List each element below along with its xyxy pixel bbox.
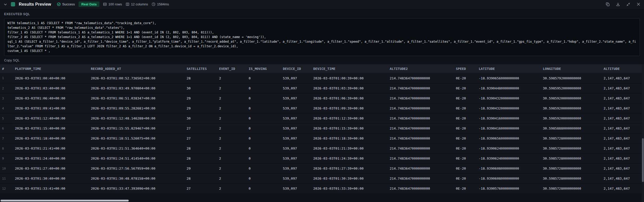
status-label: Success <box>62 2 75 6</box>
cell-speed: 0E-20 <box>453 113 476 123</box>
column-header-event_id[interactable]: EVENT_ID <box>216 64 246 73</box>
page-title: Results Preview <box>19 2 51 7</box>
status-success: Success <box>57 2 75 6</box>
column-header-latitude[interactable]: LATITUDE <box>476 64 540 73</box>
download-icon[interactable] <box>616 2 620 6</box>
cell-device_id: 539,097 <box>280 103 310 113</box>
cell-record_added_at: 2026-03-03T01:15:55.829467+00:00 <box>88 123 184 133</box>
cell-event_id: 2 <box>216 163 246 173</box>
cell-latitude: -18.9390432000000000 <box>476 93 540 103</box>
cell-altitude: 2,147,483,647 <box>601 153 644 163</box>
cell-is_moving: 0 <box>246 123 280 133</box>
column-header-altitude[interactable]: ALTITUDE <box>601 64 644 73</box>
row-number: 5 <box>0 113 12 123</box>
cell-speed: 0E-20 <box>453 123 476 133</box>
chevron-down-icon[interactable] <box>4 3 7 6</box>
cell-satellites: 28 <box>184 143 216 153</box>
cell-altitude: 2,147,483,647 <box>601 173 644 183</box>
table-row[interactable]: 62026-03-03T01:15:40+00:002026-03-03T01:… <box>0 123 644 133</box>
query-duration: 1584ms <box>152 2 169 6</box>
cell-satellites: 28 <box>184 73 216 83</box>
row-number: 9 <box>0 153 12 163</box>
close-icon[interactable] <box>637 2 640 6</box>
table-row[interactable]: 42026-03-03T01:09:41+00:002026-03-03T01:… <box>0 103 644 113</box>
cell-record_added_at: 2026-03-03T01:12:48.146288+00:00 <box>88 113 184 123</box>
cell-platform_time: 2026-03-03T01:03:40+00:00 <box>12 83 88 93</box>
cell-platform_time: 2026-03-03T01:09:41+00:00 <box>12 103 88 113</box>
cell-device_time: 2026-03-03T01:09:39+00:00 <box>310 103 387 113</box>
column-header-altitude2[interactable]: ALTITUDE2 <box>387 64 453 73</box>
copy-icon[interactable] <box>606 2 610 6</box>
cell-altitude: 2,147,483,647 <box>601 143 644 153</box>
results-header: Results Preview Success Real Data 100 ro… <box>0 0 644 9</box>
cell-satellites: 30 <box>184 113 216 123</box>
cell-event_id: 2 <box>216 73 246 83</box>
check-circle-icon <box>57 2 61 6</box>
vertical-scrollbar-track[interactable] <box>642 64 644 202</box>
row-number: 1 <box>0 73 12 83</box>
cell-longitude: 30.5985920000000000 <box>540 113 601 123</box>
cell-altitude2: 214.7483647000000000 <box>387 143 453 153</box>
column-header-device_id[interactable]: DEVICE_ID <box>280 64 310 73</box>
cell-longitude: 30.5985728000000000 <box>540 153 601 163</box>
cell-is_moving: 0 <box>246 133 280 143</box>
rows-count: 100 rows <box>103 2 122 6</box>
table-row[interactable]: 112026-03-03T01:30:40+00:002026-03-03T01… <box>0 173 644 183</box>
column-header-is_moving[interactable]: IS_MOVING <box>246 64 280 73</box>
column-header-device_time[interactable]: DEVICE_TIME <box>310 64 387 73</box>
cell-is_moving: 0 <box>246 143 280 153</box>
cell-device_id: 539,097 <box>280 173 310 183</box>
vertical-scrollbar-thumb[interactable] <box>642 138 644 182</box>
cell-device_id: 539,097 <box>280 83 310 93</box>
sql-code-box[interactable]: WITH telematics_1 AS (SELECT * FROM "raw… <box>4 18 640 56</box>
cell-altitude2: 214.7483647000000000 <box>387 183 453 194</box>
cell-altitude: 2,147,483,647 <box>601 163 644 173</box>
horizontal-scrollbar-thumb[interactable] <box>1 200 129 201</box>
column-header-index[interactable]: # <box>0 64 12 73</box>
cell-device_time: 2026-03-03T01:06:39+00:00 <box>310 93 387 103</box>
column-header-speed[interactable]: SPEED <box>453 64 476 73</box>
table-row[interactable]: 52026-03-03T01:12:40+00:002026-03-03T01:… <box>0 113 644 123</box>
column-header-record_added_at[interactable]: RECORD_ADDED_AT <box>88 64 184 73</box>
table-row[interactable]: 12026-03-03T01:00:40+00:002026-03-03T01:… <box>0 73 644 83</box>
cell-speed: 0E-20 <box>453 83 476 93</box>
cell-latitude: -18.9390448000000000 <box>476 83 540 93</box>
cell-satellites: 30 <box>184 83 216 93</box>
collapse-icon[interactable] <box>626 2 630 6</box>
cell-device_id: 539,097 <box>280 183 310 194</box>
table-row[interactable]: 32026-03-03T01:06:40+00:002026-03-03T01:… <box>0 93 644 103</box>
cell-is_moving: 0 <box>246 73 280 83</box>
cell-speed: 0E-20 <box>453 153 476 163</box>
cell-platform_time: 2026-03-03T01:15:40+00:00 <box>12 123 88 133</box>
cell-event_id: 2 <box>216 113 246 123</box>
cell-longitude: 30.5985728000000000 <box>540 173 601 183</box>
table-row[interactable]: 82026-03-03T01:21:41+00:002026-03-03T01:… <box>0 143 644 153</box>
cell-device_time: 2026-03-03T01:00:39+00:00 <box>310 73 387 83</box>
cell-longitude: 30.5985728000000000 <box>540 183 601 194</box>
column-header-longitude[interactable]: LONGITUDE <box>540 64 601 73</box>
cell-device_id: 539,097 <box>280 153 310 163</box>
cell-satellites: 29 <box>184 103 216 113</box>
table-row[interactable]: 22026-03-03T01:03:40+00:002026-03-03T01:… <box>0 83 644 93</box>
row-number: 4 <box>0 103 12 113</box>
column-header-platform_time[interactable]: PLATFORM_TIME <box>12 64 88 73</box>
table-row[interactable]: 122026-03-03T01:33:41+00:002026-03-03T01… <box>0 183 644 194</box>
cell-speed: 0E-20 <box>453 173 476 183</box>
cell-platform_time: 2026-03-03T01:06:40+00:00 <box>12 93 88 103</box>
cell-altitude2: 214.7483647000000000 <box>387 103 453 113</box>
cell-longitude: 30.5985952000000000 <box>540 83 601 93</box>
table-row[interactable]: 92026-03-03T01:24:40+00:002026-03-03T01:… <box>0 153 644 163</box>
cell-satellites: 29 <box>184 93 216 103</box>
copy-sql-button[interactable]: Copy SQL <box>4 58 20 62</box>
column-header-satellites[interactable]: SATELLITES <box>184 64 216 73</box>
rows-icon <box>103 2 107 6</box>
cell-altitude2: 214.7483647000000000 <box>387 113 453 123</box>
cell-satellites: 27 <box>184 123 216 133</box>
table-row[interactable]: 102026-03-03T01:27:40+00:002026-03-03T01… <box>0 163 644 173</box>
cell-is_moving: 0 <box>246 163 280 173</box>
cell-device_id: 539,097 <box>280 143 310 153</box>
table-row[interactable]: 72026-03-03T01:18:40+00:002026-03-03T01:… <box>0 133 644 143</box>
cell-record_added_at: 2026-03-03T01:24:51.414540+00:00 <box>88 153 184 163</box>
cell-speed: 0E-20 <box>453 163 476 173</box>
cell-device_time: 2026-03-03T01:21:39+00:00 <box>310 143 387 153</box>
